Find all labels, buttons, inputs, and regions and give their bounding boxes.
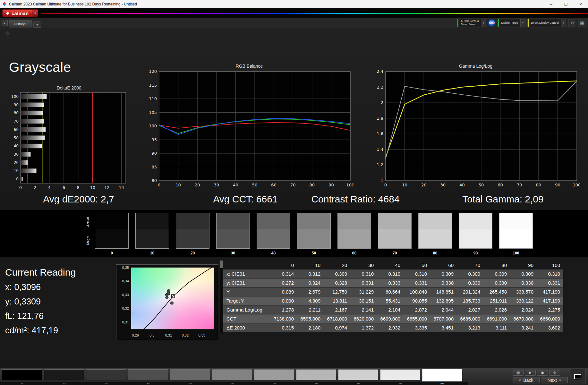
- add-tab-button[interactable]: +: [33, 21, 41, 28]
- calman-menu-button[interactable]: ❖ calman ▾: [2, 9, 38, 17]
- grayscale-swatch-10: 10: [135, 213, 169, 255]
- display-control-name: Direct Display Control: [531, 21, 559, 25]
- rainbow-divider: [41, 13, 588, 14]
- meter-dropdown[interactable]: X-Rite i1Pro 3 Direct View ▾: [457, 19, 486, 27]
- close-button[interactable]: ×: [573, 0, 588, 8]
- pattern-swatch-0[interactable]: [2, 369, 42, 380]
- svg-text:70: 70: [517, 183, 522, 187]
- source-dropdown[interactable]: Mobile Forge ▾: [498, 19, 525, 27]
- table-cell: 0,309: [430, 271, 456, 277]
- gamma-chart-title: Gamma Log/Log: [371, 64, 580, 69]
- pattern-swatch-10[interactable]: [44, 369, 84, 380]
- layout-icon[interactable]: ▦: [578, 19, 586, 27]
- table-cell: 6707,000: [430, 316, 456, 321]
- table-column-header: 0: [270, 262, 297, 268]
- swatch-actual: [419, 213, 452, 229]
- table-cell: 2,211: [297, 307, 323, 312]
- maximize-button[interactable]: □: [558, 0, 573, 8]
- next-label: Next: [548, 378, 557, 383]
- svg-text:90: 90: [151, 151, 157, 156]
- table-cell: 2,072: [403, 307, 430, 312]
- snapshot-icon[interactable]: ▤: [513, 370, 524, 376]
- table-column-header: 10: [297, 262, 323, 268]
- table-column-header: 100: [536, 262, 563, 268]
- table-cell: 417,190: [536, 289, 563, 295]
- table-cell: 6718,000: [323, 316, 350, 321]
- table-row-label: Y: [223, 289, 270, 295]
- table-row: Y0,0892,67912,75031,22960,664100,048146,…: [223, 287, 563, 296]
- table-cell: 0,330: [510, 280, 536, 286]
- pattern-swatch-100[interactable]: [422, 369, 462, 381]
- minimize-button[interactable]: –: [544, 0, 558, 8]
- table-header-row: 0102030405060708090100: [223, 261, 563, 269]
- svg-text:85: 85: [151, 165, 157, 169]
- svg-text:40: 40: [14, 144, 19, 148]
- back-button[interactable]: « Back: [513, 377, 540, 383]
- pattern-swatch-90[interactable]: [380, 369, 420, 380]
- table-cell: 3,335: [403, 325, 430, 330]
- table-cell: 3,213: [456, 325, 483, 330]
- reading-fl: fL: 121,76: [5, 311, 44, 321]
- table-row: ΔE 20000,3152,1800,9741,3722,9323,3353,4…: [223, 323, 563, 332]
- svg-text:110: 110: [149, 96, 157, 101]
- cie-y-tick: 0,31: [116, 320, 129, 324]
- measurement-table: 0102030405060708090100x: CIE310,3140,312…: [223, 261, 563, 332]
- svg-text:2: 2: [381, 100, 383, 105]
- svg-text:30: 30: [14, 152, 19, 157]
- table-cell: 2,044: [430, 307, 456, 312]
- tab-history-1[interactable]: History 1: [9, 20, 32, 28]
- swatch-actual: [136, 213, 169, 229]
- table-cell: 6609,000: [377, 316, 403, 321]
- pattern-swatch-80[interactable]: [338, 369, 378, 380]
- table-scrollbar-handle[interactable]: [220, 261, 223, 268]
- gamma-chart-plot: 11,21,41,61,822,22,401020304050607080901…: [371, 70, 580, 189]
- pattern-swatch-60[interactable]: [254, 369, 294, 380]
- pattern-swatch-40[interactable]: [170, 369, 210, 380]
- table-cell: 0,333: [377, 280, 403, 286]
- block-icon[interactable]: ⊘: [549, 370, 560, 376]
- table-cell: 330,122: [510, 298, 536, 304]
- source-name: Mobile Forge: [501, 21, 518, 25]
- table-cell: 6595,000: [297, 316, 323, 321]
- record-icon[interactable]: ◉: [537, 370, 548, 376]
- current-reading-title: Current Reading: [5, 267, 76, 278]
- svg-text:50: 50: [14, 136, 19, 140]
- table-cell: 0,310: [350, 271, 377, 277]
- tab-scroll-icon[interactable]: ▸: [2, 20, 8, 26]
- svg-text:0: 0: [384, 183, 387, 187]
- swatch-level-label: 80: [418, 251, 452, 255]
- display-preview-button[interactable]: [570, 369, 585, 384]
- deltae-chart-plot: 024681012141009080706050403020100: [10, 91, 128, 192]
- pattern-swatch-30[interactable]: [128, 369, 168, 380]
- swatch-level-label: 100: [499, 251, 533, 255]
- actual-row-label: Actual: [86, 214, 90, 230]
- swatch-level-label: 10: [135, 251, 169, 255]
- play-icon[interactable]: ▶: [525, 370, 536, 376]
- table-cell: 265,458: [483, 289, 510, 295]
- table-cell: 0,328: [323, 280, 350, 286]
- svg-text:105: 105: [149, 110, 157, 115]
- calman-watermark-icon: ❖: [5, 30, 10, 37]
- table-cell: 0,310: [403, 271, 430, 277]
- grayscale-swatch-0: 0: [95, 213, 129, 255]
- svg-text:50: 50: [479, 183, 484, 187]
- table-cell: 338,570: [510, 289, 536, 295]
- table-cell: 2,932: [377, 325, 403, 330]
- display-control-dropdown[interactable]: Direct Display Control ▾: [527, 19, 566, 27]
- svg-text:1: 1: [381, 178, 383, 183]
- pattern-swatch-label: 30: [147, 382, 149, 385]
- pattern-swatch-label: 10: [63, 382, 65, 385]
- pattern-swatch-label: 20: [105, 382, 107, 385]
- pattern-swatch-20[interactable]: [86, 369, 126, 380]
- swatch-actual: [176, 213, 209, 229]
- table-cell: 0,000: [270, 298, 297, 304]
- pattern-swatch-label: 80: [357, 382, 360, 385]
- cie-x-tick: 0,32: [182, 333, 189, 337]
- table-cell: 30,151: [350, 298, 377, 304]
- svg-text:4: 4: [48, 185, 51, 190]
- gear-icon[interactable]: ⚙: [568, 19, 576, 27]
- next-button[interactable]: Next »: [541, 377, 568, 383]
- pattern-swatch-70[interactable]: [296, 369, 336, 380]
- pattern-swatch-50[interactable]: [212, 369, 252, 380]
- table-scrollbar[interactable]: [220, 261, 223, 333]
